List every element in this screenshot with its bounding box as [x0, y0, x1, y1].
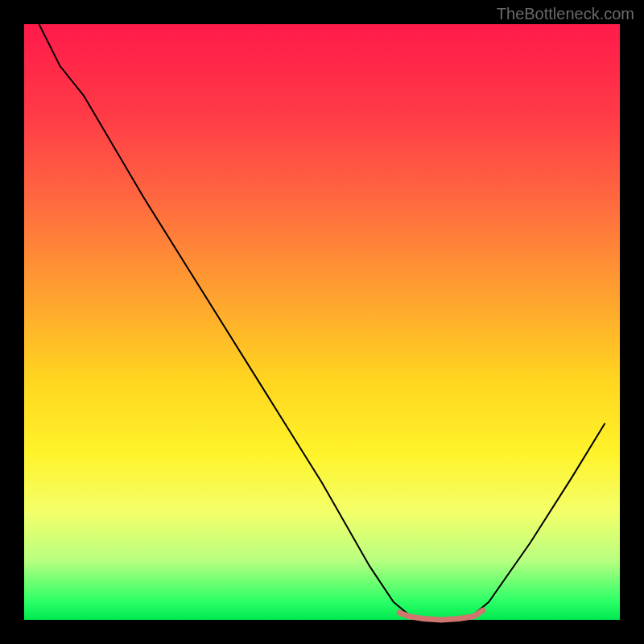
bottleneck-chart	[0, 0, 644, 644]
watermark-text: TheBottleneck.com	[497, 5, 634, 23]
gradient-background	[24, 24, 620, 620]
